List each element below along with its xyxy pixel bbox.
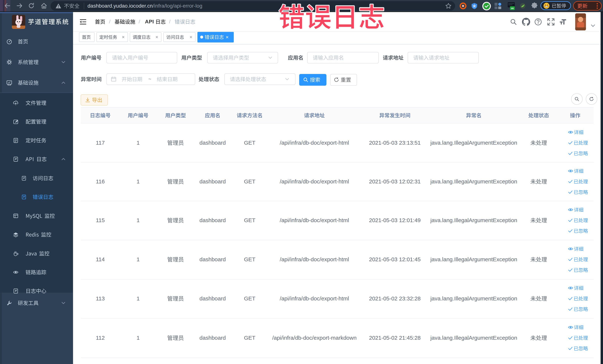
svg-text:on: on [511,7,514,10]
